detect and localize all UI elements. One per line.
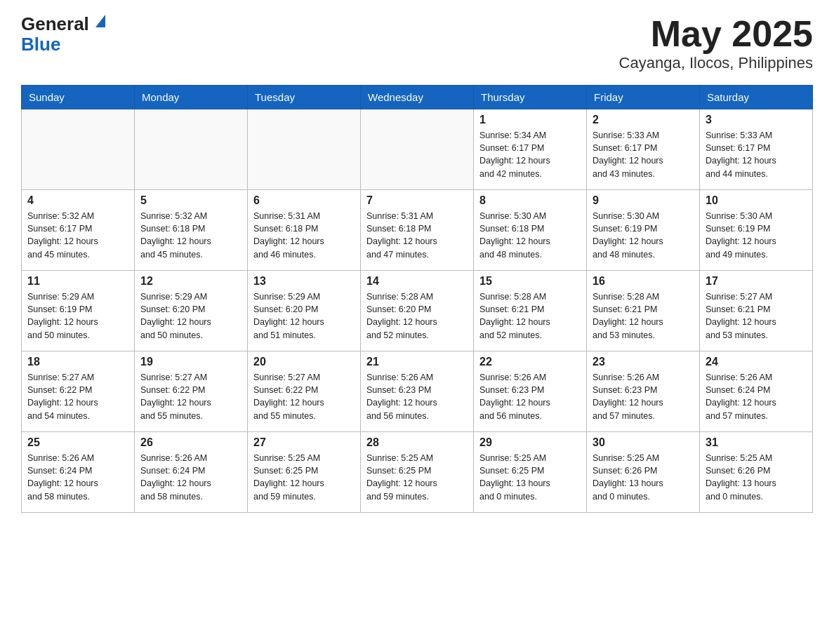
calendar-cell: 16Sunrise: 5:28 AMSunset: 6:21 PMDayligh… <box>587 271 700 351</box>
day-info: Sunrise: 5:27 AMSunset: 6:22 PMDaylight:… <box>140 371 241 422</box>
calendar-week-row: 4Sunrise: 5:32 AMSunset: 6:17 PMDaylight… <box>22 190 813 271</box>
page-header: General Blue May 2025 Cayanga, Ilocos, P… <box>21 14 813 72</box>
calendar-week-row: 18Sunrise: 5:27 AMSunset: 6:22 PMDayligh… <box>22 351 813 432</box>
day-info: Sunrise: 5:32 AMSunset: 6:18 PMDaylight:… <box>140 210 241 261</box>
day-info: Sunrise: 5:25 AMSunset: 6:26 PMDaylight:… <box>706 452 807 503</box>
day-info: Sunrise: 5:28 AMSunset: 6:21 PMDaylight:… <box>479 290 581 342</box>
day-info: Sunrise: 5:26 AMSunset: 6:23 PMDaylight:… <box>593 371 694 422</box>
day-number: 5 <box>140 194 241 207</box>
day-info: Sunrise: 5:30 AMSunset: 6:19 PMDaylight:… <box>593 210 694 261</box>
calendar-cell: 14Sunrise: 5:28 AMSunset: 6:20 PMDayligh… <box>361 271 474 351</box>
day-number: 22 <box>479 356 581 368</box>
day-number: 2 <box>593 114 694 126</box>
day-number: 18 <box>27 356 128 368</box>
calendar-cell: 3Sunrise: 5:33 AMSunset: 6:17 PMDaylight… <box>700 109 813 190</box>
day-number: 3 <box>706 114 807 126</box>
day-number: 19 <box>140 356 241 368</box>
calendar-cell <box>361 109 474 190</box>
calendar-cell: 9Sunrise: 5:30 AMSunset: 6:19 PMDaylight… <box>587 190 700 271</box>
calendar-cell: 25Sunrise: 5:26 AMSunset: 6:24 PMDayligh… <box>22 432 135 513</box>
calendar-week-row: 11Sunrise: 5:29 AMSunset: 6:19 PMDayligh… <box>22 271 813 351</box>
calendar-cell: 2Sunrise: 5:33 AMSunset: 6:17 PMDaylight… <box>587 109 700 190</box>
calendar-cell: 20Sunrise: 5:27 AMSunset: 6:22 PMDayligh… <box>248 351 361 432</box>
day-info: Sunrise: 5:27 AMSunset: 6:22 PMDaylight:… <box>27 371 128 422</box>
calendar-cell: 10Sunrise: 5:30 AMSunset: 6:19 PMDayligh… <box>700 190 813 271</box>
day-number: 7 <box>366 194 468 207</box>
logo-blue-text: Blue <box>21 34 60 55</box>
day-number: 26 <box>140 436 241 449</box>
day-number: 15 <box>479 275 581 288</box>
calendar-cell: 27Sunrise: 5:25 AMSunset: 6:25 PMDayligh… <box>248 432 361 513</box>
day-info: Sunrise: 5:29 AMSunset: 6:20 PMDaylight:… <box>253 290 355 342</box>
calendar-cell: 26Sunrise: 5:26 AMSunset: 6:24 PMDayligh… <box>135 432 248 513</box>
day-number: 29 <box>479 436 581 449</box>
calendar-cell: 11Sunrise: 5:29 AMSunset: 6:19 PMDayligh… <box>22 271 135 351</box>
day-number: 17 <box>706 275 807 288</box>
day-number: 14 <box>366 275 468 288</box>
day-number: 30 <box>593 436 694 449</box>
calendar-cell: 22Sunrise: 5:26 AMSunset: 6:23 PMDayligh… <box>474 351 587 432</box>
day-info: Sunrise: 5:26 AMSunset: 6:23 PMDaylight:… <box>366 371 468 422</box>
day-info: Sunrise: 5:25 AMSunset: 6:25 PMDaylight:… <box>253 452 355 503</box>
day-header-sunday: Sunday <box>22 86 135 109</box>
day-info: Sunrise: 5:27 AMSunset: 6:22 PMDaylight:… <box>253 371 355 422</box>
calendar-cell: 17Sunrise: 5:27 AMSunset: 6:21 PMDayligh… <box>700 271 813 351</box>
day-info: Sunrise: 5:31 AMSunset: 6:18 PMDaylight:… <box>253 210 355 261</box>
day-number: 1 <box>479 114 581 126</box>
day-info: Sunrise: 5:26 AMSunset: 6:24 PMDaylight:… <box>706 371 807 422</box>
day-info: Sunrise: 5:27 AMSunset: 6:21 PMDaylight:… <box>706 290 807 342</box>
day-number: 8 <box>479 194 581 207</box>
day-info: Sunrise: 5:34 AMSunset: 6:17 PMDaylight:… <box>479 129 581 180</box>
day-info: Sunrise: 5:29 AMSunset: 6:20 PMDaylight:… <box>140 290 241 342</box>
day-info: Sunrise: 5:29 AMSunset: 6:19 PMDaylight:… <box>27 290 128 342</box>
day-header-monday: Monday <box>135 86 248 109</box>
logo: General Blue <box>21 14 105 54</box>
day-info: Sunrise: 5:25 AMSunset: 6:25 PMDaylight:… <box>479 452 581 503</box>
calendar-cell: 1Sunrise: 5:34 AMSunset: 6:17 PMDaylight… <box>474 109 587 190</box>
logo-triangle-icon <box>95 15 105 27</box>
calendar-cell: 8Sunrise: 5:30 AMSunset: 6:18 PMDaylight… <box>474 190 587 271</box>
day-number: 10 <box>706 194 807 207</box>
day-number: 9 <box>593 194 694 207</box>
calendar-cell <box>22 109 135 190</box>
calendar-cell: 15Sunrise: 5:28 AMSunset: 6:21 PMDayligh… <box>474 271 587 351</box>
day-info: Sunrise: 5:33 AMSunset: 6:17 PMDaylight:… <box>593 129 694 180</box>
calendar-cell: 6Sunrise: 5:31 AMSunset: 6:18 PMDaylight… <box>248 190 361 271</box>
calendar-cell: 5Sunrise: 5:32 AMSunset: 6:18 PMDaylight… <box>135 190 248 271</box>
day-info: Sunrise: 5:33 AMSunset: 6:17 PMDaylight:… <box>706 129 807 180</box>
calendar-cell: 31Sunrise: 5:25 AMSunset: 6:26 PMDayligh… <box>700 432 813 513</box>
calendar-cell: 13Sunrise: 5:29 AMSunset: 6:20 PMDayligh… <box>248 271 361 351</box>
day-number: 23 <box>593 356 694 368</box>
day-info: Sunrise: 5:26 AMSunset: 6:23 PMDaylight:… <box>479 371 581 422</box>
day-number: 16 <box>593 275 694 288</box>
day-info: Sunrise: 5:28 AMSunset: 6:21 PMDaylight:… <box>593 290 694 342</box>
day-number: 28 <box>366 436 468 449</box>
day-header-saturday: Saturday <box>700 86 813 109</box>
day-info: Sunrise: 5:30 AMSunset: 6:19 PMDaylight:… <box>706 210 807 261</box>
page-subtitle: Cayanga, Ilocos, Philippines <box>619 54 813 72</box>
day-info: Sunrise: 5:25 AMSunset: 6:26 PMDaylight:… <box>593 452 694 503</box>
day-number: 6 <box>253 194 355 207</box>
day-number: 4 <box>27 194 128 207</box>
calendar-header-row: SundayMondayTuesdayWednesdayThursdayFrid… <box>22 86 813 109</box>
calendar-cell: 19Sunrise: 5:27 AMSunset: 6:22 PMDayligh… <box>135 351 248 432</box>
calendar-cell: 30Sunrise: 5:25 AMSunset: 6:26 PMDayligh… <box>587 432 700 513</box>
calendar-week-row: 25Sunrise: 5:26 AMSunset: 6:24 PMDayligh… <box>22 432 813 513</box>
calendar-cell: 18Sunrise: 5:27 AMSunset: 6:22 PMDayligh… <box>22 351 135 432</box>
day-header-thursday: Thursday <box>474 86 587 109</box>
day-number: 24 <box>706 356 807 368</box>
day-number: 20 <box>253 356 355 368</box>
day-info: Sunrise: 5:25 AMSunset: 6:25 PMDaylight:… <box>366 452 468 503</box>
day-info: Sunrise: 5:26 AMSunset: 6:24 PMDaylight:… <box>140 452 241 503</box>
day-info: Sunrise: 5:30 AMSunset: 6:18 PMDaylight:… <box>479 210 581 261</box>
title-block: May 2025 Cayanga, Ilocos, Philippines <box>619 14 813 72</box>
day-number: 11 <box>27 275 128 288</box>
calendar-table: SundayMondayTuesdayWednesdayThursdayFrid… <box>21 85 813 513</box>
calendar-cell: 7Sunrise: 5:31 AMSunset: 6:18 PMDaylight… <box>361 190 474 271</box>
calendar-week-row: 1Sunrise: 5:34 AMSunset: 6:17 PMDaylight… <box>22 109 813 190</box>
day-info: Sunrise: 5:28 AMSunset: 6:20 PMDaylight:… <box>366 290 468 342</box>
day-header-wednesday: Wednesday <box>361 86 474 109</box>
day-number: 25 <box>27 436 128 449</box>
day-number: 27 <box>253 436 355 449</box>
page-title: May 2025 <box>619 14 813 54</box>
